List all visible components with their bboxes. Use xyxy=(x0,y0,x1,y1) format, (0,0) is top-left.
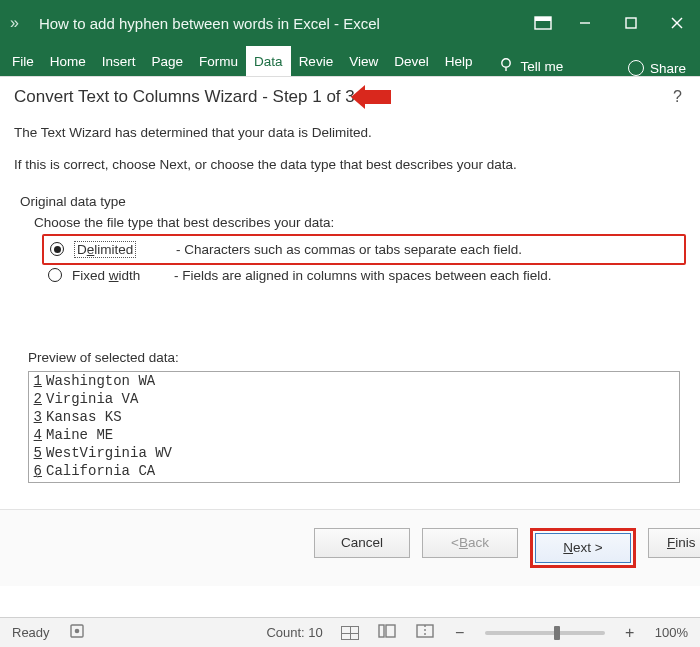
preview-label: Preview of selected data: xyxy=(28,350,686,365)
tell-me-label: Tell me xyxy=(520,59,563,74)
tab-review[interactable]: Revie xyxy=(291,46,342,76)
window-title: How to add hyphen between words in Excel… xyxy=(39,15,524,32)
svg-rect-3 xyxy=(626,18,636,28)
wizard-intro-line1: The Text Wizard has determined that your… xyxy=(14,123,686,143)
sub-label: Choose the file type that best describes… xyxy=(34,215,686,230)
zoom-level[interactable]: 100% xyxy=(655,625,688,640)
wizard-intro-line2: If this is correct, choose Next, or choo… xyxy=(14,155,686,175)
zoom-out-button[interactable]: − xyxy=(453,624,467,642)
preview-row: 2Virginia VA xyxy=(29,390,679,408)
wizard-title-bar: Convert Text to Columns Wizard - Step 1 … xyxy=(14,87,686,115)
tab-file[interactable]: File xyxy=(4,46,42,76)
preview-row: 5WestVirginia WV xyxy=(29,444,679,462)
svg-point-9 xyxy=(74,629,79,634)
tab-view[interactable]: View xyxy=(341,46,386,76)
svg-rect-10 xyxy=(379,625,384,637)
original-data-type-section: Original data type Choose the file type … xyxy=(14,194,686,286)
wizard-title: Convert Text to Columns Wizard - Step 1 … xyxy=(14,87,355,107)
zoom-slider[interactable] xyxy=(485,631,605,635)
radio-delimited-label: Delimited xyxy=(74,242,166,257)
status-count: Count: 10 xyxy=(266,625,322,640)
svg-point-6 xyxy=(502,59,510,67)
tab-developer[interactable]: Devel xyxy=(386,46,437,76)
view-pagelayout-icon[interactable] xyxy=(377,623,397,642)
preview-row: 6California CA xyxy=(29,462,679,480)
window-controls xyxy=(562,0,700,46)
minimize-button[interactable] xyxy=(562,0,608,46)
radio-icon xyxy=(50,242,64,256)
title-bar: » How to add hyphen between words in Exc… xyxy=(0,0,700,46)
share-button[interactable]: Share xyxy=(622,60,700,76)
status-ready: Ready xyxy=(12,625,50,640)
view-pagebreak-icon[interactable] xyxy=(415,623,435,642)
section-label: Original data type xyxy=(20,194,686,209)
finish-button[interactable]: Finis xyxy=(648,528,700,558)
back-button[interactable]: < Back xyxy=(422,528,518,558)
zoom-in-button[interactable]: + xyxy=(623,624,637,642)
ribbon-display-options-icon[interactable] xyxy=(524,16,562,30)
annotation-arrow-icon xyxy=(363,90,391,104)
preview-row: 1Washington WA xyxy=(29,372,679,390)
excel-window: » How to add hyphen between words in Exc… xyxy=(0,0,700,647)
macro-recorder-icon[interactable] xyxy=(68,623,86,642)
tab-help[interactable]: Help xyxy=(437,46,481,76)
radio-delimited[interactable]: Delimited - Characters such as commas or… xyxy=(50,239,678,260)
tell-me-search[interactable]: Tell me xyxy=(488,57,573,76)
next-button[interactable]: Next > xyxy=(535,533,631,563)
svg-rect-11 xyxy=(386,625,395,637)
radio-fixedwidth[interactable]: Fixed width - Fields are aligned in colu… xyxy=(48,265,686,286)
ribbon-tabs: File Home Insert Page Formu Data Revie V… xyxy=(0,46,700,76)
tab-formulas[interactable]: Formu xyxy=(191,46,246,76)
annotation-highlight: Delimited - Characters such as commas or… xyxy=(42,234,686,265)
tab-page[interactable]: Page xyxy=(144,46,192,76)
preview-row: 3Kansas KS xyxy=(29,408,679,426)
preview-box: 1Washington WA 2Virginia VA 3Kansas KS 4… xyxy=(28,371,680,483)
person-icon xyxy=(628,60,644,76)
radio-fixedwidth-desc: - Fields are aligned in columns with spa… xyxy=(174,268,551,283)
radio-delimited-desc: - Characters such as commas or tabs sepa… xyxy=(176,242,522,257)
radio-icon xyxy=(48,268,62,282)
status-bar: Ready Count: 10 − + 100% xyxy=(0,617,700,647)
maximize-button[interactable] xyxy=(608,0,654,46)
close-button[interactable] xyxy=(654,0,700,46)
radio-fixedwidth-label: Fixed width xyxy=(72,268,164,283)
lightbulb-icon xyxy=(498,57,514,76)
scroll-left-icon[interactable]: ‹ xyxy=(35,466,39,482)
tab-data[interactable]: Data xyxy=(246,46,291,76)
qat-more-icon[interactable]: » xyxy=(10,14,19,32)
text-to-columns-wizard: Convert Text to Columns Wizard - Step 1 … xyxy=(0,76,700,617)
view-normal-icon[interactable] xyxy=(341,626,359,640)
cancel-button[interactable]: Cancel xyxy=(314,528,410,558)
help-button[interactable]: ? xyxy=(673,88,686,106)
preview-row: 4Maine ME xyxy=(29,426,679,444)
tab-insert[interactable]: Insert xyxy=(94,46,144,76)
annotation-highlight-next: Next > xyxy=(530,528,636,568)
svg-rect-1 xyxy=(535,17,551,21)
tab-home[interactable]: Home xyxy=(42,46,94,76)
share-label: Share xyxy=(650,61,686,76)
wizard-button-bar: Cancel < Back Next > Finis xyxy=(0,509,700,586)
